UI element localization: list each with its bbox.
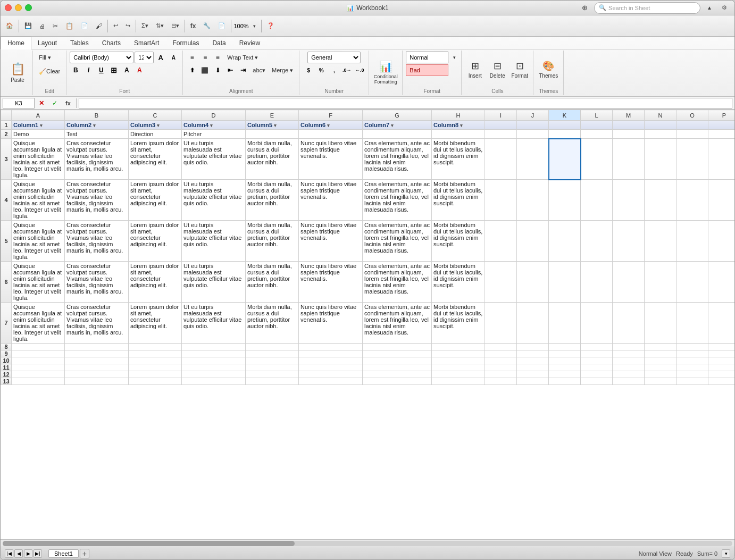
cell-r6c12[interactable]: [613, 262, 645, 303]
cell-r8c6[interactable]: [363, 344, 432, 350]
cell-r5c11[interactable]: [581, 221, 613, 262]
minimize-button[interactable]: [15, 4, 22, 11]
cell-r7c12[interactable]: [613, 303, 645, 344]
cell-r10c4[interactable]: [246, 357, 299, 364]
confirm-formula-btn[interactable]: ✓: [49, 96, 61, 111]
cell-r11c0[interactable]: [12, 364, 65, 371]
cell-r6c2[interactable]: Lorem ipsum dolor sit amet, consectetur …: [129, 262, 182, 303]
cell-r9c10[interactable]: [549, 350, 581, 357]
delete-cells-btn[interactable]: ⊟ Delete: [487, 56, 507, 83]
indent-increase-btn[interactable]: ⇥: [237, 64, 249, 76]
cell-r8c14[interactable]: [676, 344, 708, 350]
fill-button[interactable]: Fill ▾: [36, 52, 54, 63]
header-cell-10[interactable]: [549, 121, 581, 130]
cell-r8c11[interactable]: [581, 344, 613, 350]
fx-button[interactable]: fx: [187, 19, 199, 34]
zoom-dropdown[interactable]: ▾: [250, 19, 259, 34]
header-cell-13[interactable]: [645, 121, 676, 130]
valign-mid-btn[interactable]: ⬛: [199, 64, 211, 76]
col-header-d[interactable]: D: [182, 110, 246, 121]
cell-r2c3[interactable]: Pitcher: [182, 130, 246, 139]
cell-r12c13[interactable]: [645, 371, 676, 378]
increase-decimal-btn[interactable]: .0→: [341, 64, 353, 76]
cell-r8c12[interactable]: [613, 344, 645, 350]
cell-r6c10[interactable]: [549, 262, 581, 303]
header-cell-3[interactable]: Column4 ▾: [182, 121, 246, 130]
cell-r12c4[interactable]: [246, 371, 299, 378]
cell-r6c6[interactable]: Cras elementum, ante ac condimentum aliq…: [363, 262, 432, 303]
col-header-j[interactable]: J: [517, 110, 549, 121]
cell-r8c1[interactable]: [65, 344, 129, 350]
cell-reference[interactable]: K3: [3, 98, 35, 108]
cell-r10c3[interactable]: [182, 357, 246, 364]
cell-r9c1[interactable]: [65, 350, 129, 357]
cell-r5c12[interactable]: [613, 221, 645, 262]
insert-func-button[interactable]: 🔧: [200, 19, 214, 34]
abc-btn[interactable]: abc▾: [250, 64, 268, 76]
paste-button[interactable]: 📋 Paste: [6, 57, 29, 87]
cell-r7c14[interactable]: [676, 303, 708, 344]
col-header-h[interactable]: H: [432, 110, 485, 121]
cell-r10c2[interactable]: [129, 357, 182, 364]
cell-r8c15[interactable]: [708, 344, 735, 350]
cell-r7c7[interactable]: Morbi bibendum dui ut tellus iaculis, id…: [432, 303, 485, 344]
header-cell-12[interactable]: [613, 121, 645, 130]
cell-r5c1[interactable]: Cras consectetur volutpat cursus. Vivamu…: [65, 221, 129, 262]
cell-r5c4[interactable]: Morbi diam nulla, cursus a dui pretium, …: [246, 221, 299, 262]
cell-r9c8[interactable]: [485, 350, 517, 357]
cell-r12c11[interactable]: [581, 371, 613, 378]
cell-r8c2[interactable]: [129, 344, 182, 350]
sheet-body[interactable]: A B C D E F G H I J K L M N O: [1, 110, 734, 539]
row-header-13[interactable]: 13: [1, 378, 12, 385]
expand-button[interactable]: ▲: [704, 1, 715, 15]
cell-r2c1[interactable]: Test: [65, 130, 129, 139]
cell-r5c0[interactable]: Quisque accumsan ligula at enim sollicit…: [12, 221, 65, 262]
col-header-g[interactable]: G: [363, 110, 432, 121]
cell-r12c1[interactable]: [65, 371, 129, 378]
cell-r2c10[interactable]: [549, 130, 581, 139]
tab-layout[interactable]: Layout: [31, 37, 64, 49]
row-header-1[interactable]: 1: [1, 121, 12, 130]
cell-r3c5[interactable]: Nunc quis libero vitae sapien tristique …: [299, 139, 363, 180]
tab-charts[interactable]: Charts: [96, 37, 128, 49]
last-sheet-btn[interactable]: ▶|: [34, 549, 42, 558]
cell-r11c15[interactable]: [708, 364, 735, 371]
cell-r4c3[interactable]: Ut eu turpis malesuada est vulputate eff…: [182, 180, 246, 221]
font-decrease-btn[interactable]: A: [168, 52, 179, 63]
number-format-select[interactable]: General: [307, 52, 361, 63]
cell-r10c13[interactable]: [645, 357, 676, 364]
font-name-select[interactable]: Calibri (Body): [70, 52, 133, 63]
cell-r7c10[interactable]: [549, 303, 581, 344]
cell-r11c13[interactable]: [645, 364, 676, 371]
cell-r10c14[interactable]: [676, 357, 708, 364]
col-header-e[interactable]: E: [246, 110, 299, 121]
cell-r13c12[interactable]: [613, 378, 645, 385]
cell-r2c8[interactable]: [485, 130, 517, 139]
cell-r3c1[interactable]: Cras consectetur volutpat cursus. Vivamu…: [65, 139, 129, 180]
cell-r2c5[interactable]: [299, 130, 363, 139]
cell-r4c14[interactable]: [676, 180, 708, 221]
cell-r4c2[interactable]: Lorem ipsum dolor sit amet, consectetur …: [129, 180, 182, 221]
undo-button[interactable]: ↩: [110, 19, 121, 34]
header-cell-11[interactable]: [581, 121, 613, 130]
cell-r6c15[interactable]: [708, 262, 735, 303]
cell-r13c0[interactable]: [12, 378, 65, 385]
cell-r4c7[interactable]: Morbi bibendum dui ut tellus iaculis, id…: [432, 180, 485, 221]
row-header-8[interactable]: 8: [1, 344, 12, 350]
cell-r9c12[interactable]: [613, 350, 645, 357]
italic-button[interactable]: I: [82, 64, 94, 76]
cell-r9c6[interactable]: [363, 350, 432, 357]
cell-r6c4[interactable]: Morbi diam nulla, cursus a dui pretium, …: [246, 262, 299, 303]
cell-r9c0[interactable]: [12, 350, 65, 357]
tab-smartart[interactable]: SmartArt: [128, 37, 166, 49]
cell-r7c1[interactable]: Cras consectetur volutpat cursus. Vivamu…: [65, 303, 129, 344]
page-setup-button[interactable]: 📄: [215, 19, 229, 34]
cell-r11c12[interactable]: [613, 364, 645, 371]
cell-r2c13[interactable]: [645, 130, 676, 139]
h-scrollbar[interactable]: [1, 539, 734, 547]
col-header-i[interactable]: I: [485, 110, 517, 121]
cell-r9c7[interactable]: [432, 350, 485, 357]
cell-r5c5[interactable]: Nunc quis libero vitae sapien tristique …: [299, 221, 363, 262]
cell-r9c9[interactable]: [517, 350, 549, 357]
clear-button[interactable]: 🧹 Clear: [36, 65, 63, 77]
